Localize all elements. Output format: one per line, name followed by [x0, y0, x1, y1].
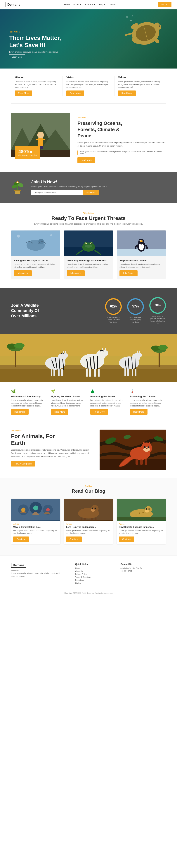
- footer-grid: Demans About UsLorem ipsum dolor sit ame…: [11, 563, 166, 585]
- blog-section: Our Blog Read Our Blog: [0, 477, 177, 555]
- donate-button[interactable]: Donate: [157, 2, 172, 7]
- forest-icon: 🌲: [90, 389, 126, 394]
- circle-ring-1: 62%: [105, 298, 122, 315]
- mission-read-more[interactable]: Read More: [15, 91, 32, 96]
- svg-line-92: [135, 358, 135, 369]
- threat-body-frog: Protecting the Frog's Native Habitat Lor…: [64, 256, 113, 279]
- values-title: Values: [118, 76, 162, 79]
- blog-body-2: Advice How Climate Changes Influence... …: [117, 521, 166, 544]
- for-animals-desc: Lorem ipsum dolor sit amet consectetur a…: [11, 448, 92, 458]
- stats-row: Join A WildlifeCommunity OfOver Millions…: [11, 297, 166, 324]
- article-title-3: Protecting the Climate: [130, 395, 166, 398]
- article-btn-1[interactable]: Read More: [51, 409, 68, 414]
- threat-title-frog: Protecting the Frog's Native Habitat: [67, 259, 110, 262]
- circle-pct-3: 78%: [154, 304, 161, 307]
- join-title: Join Us Now!: [31, 180, 108, 184]
- svg-rect-70: [51, 369, 52, 376]
- svg-point-117: [146, 448, 147, 449]
- svg-rect-58: [0, 367, 177, 382]
- footer-link-home[interactable]: Home: [75, 567, 113, 569]
- nav-contact[interactable]: Contact: [108, 3, 116, 6]
- footer-link-gallery[interactable]: Gallery: [75, 582, 113, 584]
- svg-point-134: [91, 508, 95, 512]
- svg-rect-118: [136, 459, 138, 465]
- svg-point-135: [92, 508, 93, 509]
- blog-card-tag-1: Advice: [66, 523, 111, 525]
- for-animals-image-wrapper: [100, 430, 166, 470]
- footer-link-privacy[interactable]: Privacy Policy: [75, 573, 113, 575]
- values-read-more[interactable]: Read More: [118, 91, 136, 96]
- threats-cards: Saving the Endangered Turtle Lorem ipsum…: [11, 230, 166, 279]
- article-btn-0[interactable]: Read More: [11, 409, 29, 414]
- subscribe-button[interactable]: Subscribe: [83, 190, 99, 195]
- threat-action-climate[interactable]: Take Action: [119, 270, 137, 276]
- for-animals-section: Our Actions For Animals, ForEarth Lorem …: [0, 422, 177, 477]
- blog-btn-2[interactable]: Continue: [119, 536, 134, 542]
- svg-point-10: [130, 20, 132, 21]
- svg-rect-99: [135, 369, 136, 376]
- for-animals-tag: Our Actions: [11, 430, 92, 432]
- about-tag: About Us: [77, 117, 166, 119]
- footer-contact-title: Contact Us: [120, 563, 166, 565]
- hero-tag: Take Action: [9, 31, 61, 33]
- vision-desc: Lorem ipsum dolor sit amet, consectetur …: [66, 80, 110, 89]
- blog-card-1: Advice Let's Help The Endangered... Lore…: [64, 499, 113, 544]
- threat-action-turtle[interactable]: Take Action: [14, 270, 32, 276]
- logo[interactable]: Demans: [5, 2, 22, 7]
- footer-copyright: Copyright 2022 © All Right Reserved Desi…: [11, 592, 166, 594]
- stats-title: Join A WildlifeCommunity OfOver Millions: [11, 303, 39, 319]
- threat-image-frog: [64, 230, 113, 256]
- svg-rect-83: [86, 369, 87, 377]
- join-input-row: Subscribe: [31, 190, 108, 195]
- stats-text: Join A WildlifeCommunity OfOver Millions: [11, 303, 39, 319]
- footer-contact-address: 4 Koloring St., Big City, Fla: [120, 567, 166, 569]
- circle-ring-3: 78%: [149, 297, 166, 314]
- nav-blog[interactable]: Blog: [99, 3, 105, 6]
- mission-desc: Lorem ipsum dolor sit amet, consectetur …: [15, 80, 59, 89]
- svg-point-36: [50, 234, 52, 236]
- nav-features[interactable]: Features: [84, 3, 95, 6]
- svg-point-44: [85, 243, 86, 244]
- about-section: 480Ton of trash every minutes About Us P…: [0, 103, 177, 172]
- about-read-more[interactable]: Read More: [77, 157, 95, 163]
- vision-read-more[interactable]: Read More: [66, 91, 84, 96]
- values-col: Values Lorem ipsum dolor sit amet, conse…: [114, 76, 166, 96]
- climate-icon: 🌡️: [130, 389, 166, 394]
- blog-btn-0[interactable]: Continue: [13, 536, 29, 542]
- blog-card-0: Advice Why Is Deforestation So... Lorem …: [11, 499, 60, 544]
- svg-rect-120: [145, 459, 147, 465]
- article-btn-3[interactable]: Read More: [130, 409, 147, 414]
- svg-point-45: [91, 243, 92, 244]
- email-input[interactable]: [31, 190, 83, 195]
- threat-body-turtle: Saving the Endangered Turtle Lorem ipsum…: [11, 256, 60, 279]
- for-animals-button[interactable]: Take A Campaign: [11, 461, 35, 466]
- article-btn-2[interactable]: Read More: [90, 409, 108, 414]
- circle-pct-1: 62%: [110, 305, 117, 308]
- stat-number: 480Ton: [19, 149, 36, 154]
- hero-button[interactable]: Learn More: [9, 55, 25, 59]
- article-item-1: 🌱 Fighting For Green Planet Lorem ipsum …: [51, 389, 87, 414]
- nav-home[interactable]: Home: [64, 3, 70, 6]
- blog-tag: Our Blog: [11, 485, 166, 487]
- threat-desc-climate: Lorem ipsum dolor sit amet consectetur a…: [119, 263, 163, 269]
- threats-tag: Take Action: [11, 212, 166, 214]
- footer-contact-phone: +01 234 4234: [120, 570, 166, 572]
- footer-link-terms[interactable]: Terms & Conditions: [75, 576, 113, 578]
- svg-point-149: [136, 515, 137, 516]
- footer-link-disclaimer[interactable]: Disclaimer: [75, 579, 113, 581]
- about-title: Preserving Oceans,Forests, Climate &Peac…: [77, 120, 166, 139]
- threat-card-turtle: Saving the Endangered Turtle Lorem ipsum…: [11, 230, 60, 279]
- nav-about[interactable]: About: [73, 3, 81, 6]
- blog-card-title-2: How Climate Changes Influence...: [119, 526, 164, 528]
- footer-brand-desc: About UsLorem ipsum dolor sit amet conse…: [11, 569, 68, 578]
- about-description: Lorem ipsum dolor sit amet consectetur a…: [77, 141, 166, 148]
- svg-point-103: [14, 343, 25, 348]
- footer-logo: Demans: [11, 563, 26, 568]
- svg-line-95: [139, 351, 140, 353]
- threat-action-frog[interactable]: Take Action: [67, 270, 84, 276]
- footer-link-about[interactable]: About Us: [75, 570, 113, 572]
- svg-point-144: [145, 510, 149, 513]
- threats-section: Take Action Ready To Face Urgent Threats…: [0, 203, 177, 288]
- article-desc-1: Lorem ipsum dolor sit amet consectetur a…: [51, 399, 87, 407]
- blog-btn-1[interactable]: Continue: [66, 536, 82, 542]
